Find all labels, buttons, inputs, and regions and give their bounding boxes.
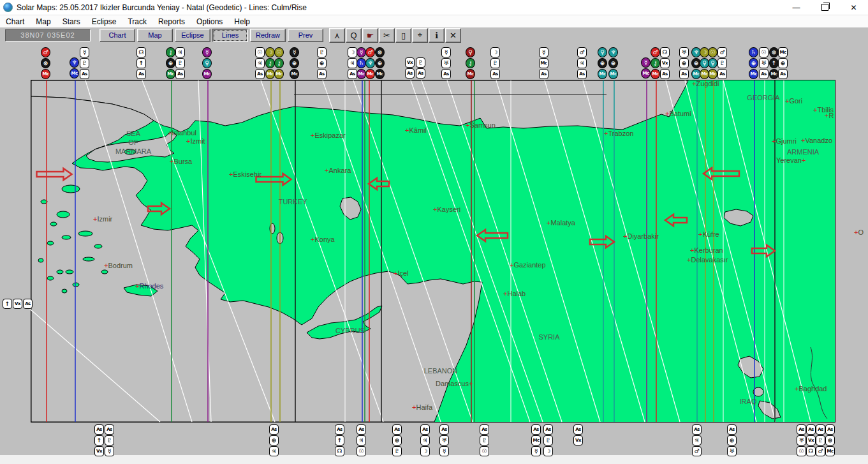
line-marker-top: ♆⊕Mc <box>608 47 618 79</box>
planet-glyph-♆: ♆ <box>70 57 79 68</box>
island <box>83 257 94 261</box>
lines-button[interactable]: Lines <box>212 29 248 42</box>
planet-glyph-As: As <box>441 69 451 79</box>
city-label: Yerevan+ <box>776 156 805 164</box>
planet-glyph-☽: ☽ <box>265 47 275 57</box>
city-label: +Zugdidi <box>692 80 719 87</box>
planet-glyph-Mc: Mc <box>166 69 175 79</box>
info-report-icon[interactable]: ℹ <box>429 28 445 43</box>
menu-item-reports[interactable]: Reports <box>152 17 191 27</box>
line-marker-top: ♄⊕Mc <box>749 47 758 79</box>
menu-item-chart[interactable]: Chart <box>0 17 30 27</box>
pan-hand-icon[interactable]: ☛ <box>362 28 378 43</box>
line-marker-top: ☿♀Mc <box>202 47 212 79</box>
line-marker-top: ☽♇As <box>490 47 500 79</box>
map-button[interactable]: Map <box>137 29 173 42</box>
city-label: +Içel <box>394 269 409 277</box>
region-label: SEA <box>126 130 141 137</box>
planet-glyph-⊕: ⊕ <box>608 58 618 68</box>
planet-glyph-☉: ☉ <box>357 446 366 456</box>
planet-glyph-♂: ♂ <box>577 47 587 57</box>
planet-glyph-☽: ☽ <box>543 446 553 456</box>
planet-glyph-♆: ♆ <box>365 58 375 68</box>
planet-glyph-⚷: ⚷ <box>651 58 660 68</box>
menu-item-help[interactable]: Help <box>228 17 256 27</box>
planet-glyph-As: As <box>692 424 702 435</box>
eclipse-button[interactable]: Eclipse <box>175 29 210 42</box>
planet-glyph-Vx: Vx <box>405 57 415 68</box>
menu-item-track[interactable]: Track <box>122 17 152 27</box>
island <box>47 276 54 280</box>
planet-glyph-↑: ↑ <box>335 435 344 445</box>
planet-glyph-♄: ♄ <box>749 47 758 57</box>
planet-glyph-As: As <box>806 424 816 435</box>
city-label: +Bursa <box>170 158 193 165</box>
region-label: TURKEY <box>279 198 307 206</box>
planet-glyph-As: As <box>543 424 553 435</box>
city-label: +Delavakasır <box>687 256 728 264</box>
planet-glyph-As: As <box>797 424 806 435</box>
planet-glyph-⊗: ⊗ <box>41 58 50 68</box>
island <box>47 241 54 245</box>
prev-button[interactable]: Prev <box>288 29 323 42</box>
planet-glyph-↑: ↑ <box>769 58 779 68</box>
close-button[interactable]: ✕ <box>839 0 868 15</box>
planet-glyph-As: As <box>357 424 366 435</box>
planet-glyph-As: As <box>439 424 449 435</box>
line-marker-bottom: As⊕Mc <box>825 424 835 456</box>
line-marker-top: ☿⊕Mc <box>290 47 299 79</box>
planet-glyph-♃: ♃ <box>577 58 587 68</box>
paint-roller-icon[interactable]: ▯ <box>395 28 411 43</box>
planet-glyph-Mc: Mc <box>357 69 366 79</box>
city-label: +Izmir <box>93 215 113 223</box>
map-canvas[interactable]: SEAOFMARMARATURKEYGEORGIAARMENIASYRIALEB… <box>31 80 835 423</box>
redraw-button[interactable]: Redraw <box>250 29 286 42</box>
pointer-tool-icon[interactable]: ⋏ <box>329 28 345 43</box>
planet-glyph-As: As <box>392 424 402 435</box>
planet-glyph-♇: ♇ <box>317 47 327 57</box>
window-bottom-strip <box>0 455 868 464</box>
planet-glyph-♂: ♂ <box>41 47 50 57</box>
line-marker-left: ↑VxAs <box>3 299 33 309</box>
restore-button[interactable] <box>811 0 839 15</box>
planet-glyph-As: As <box>269 424 279 435</box>
planet-glyph-⚷: ⚷ <box>166 47 175 57</box>
city-label: +Gaziantep <box>510 261 546 269</box>
line-marker-top: ☊↑As <box>136 47 146 79</box>
planet-glyph-⊗: ⊗ <box>375 47 385 57</box>
menu-item-options[interactable]: Options <box>191 17 228 27</box>
planet-glyph-♅: ♅ <box>679 47 689 57</box>
zoom-tool-icon[interactable]: Q <box>346 28 362 43</box>
line-marker-top: ♂♆Mc <box>365 47 375 79</box>
planet-glyph-As: As <box>577 69 587 79</box>
city-label: +Izmit <box>186 137 205 145</box>
planet-glyph-♇: ♇ <box>80 58 89 68</box>
line-marker-bottom: As♇♂ <box>816 424 825 456</box>
line-marker-bottom: As⊕♅ <box>727 424 737 456</box>
planet-glyph-Mc: Mc <box>375 69 385 79</box>
planet-glyph-⊕: ⊕ <box>778 58 788 68</box>
planet-glyph-♃: ♃ <box>692 435 702 445</box>
line-marker-top: ☉♀Mc <box>708 47 717 79</box>
relocate-chart-icon[interactable]: ⌖ <box>412 28 428 43</box>
line-marker-bottom: As♇☉ <box>480 424 489 456</box>
menu-item-eclipse[interactable]: Eclipse <box>86 17 122 27</box>
city-label: +Gori <box>785 97 802 105</box>
menu-item-map[interactable]: Map <box>30 17 56 27</box>
chart-button[interactable]: Chart <box>99 29 135 42</box>
planet-glyph-↑: ↑ <box>94 435 104 445</box>
planet-glyph-♂: ♂ <box>717 47 727 57</box>
planet-glyph-⊕: ⊕ <box>375 58 385 68</box>
line-marker-bottom: As♃☽ <box>420 424 430 456</box>
planet-glyph-As: As <box>420 424 430 435</box>
paran-lines-icon[interactable]: ✕ <box>445 28 461 43</box>
planet-glyph-Vx: Vx <box>660 58 670 68</box>
region-label: SYRIA <box>538 333 560 341</box>
planet-glyph-♇: ♇ <box>105 435 114 445</box>
line-marker-top: Mc⊕As <box>778 47 788 79</box>
menu-item-stars[interactable]: Stars <box>57 17 86 27</box>
cut-lines-icon[interactable]: ✂ <box>379 28 395 43</box>
island <box>94 244 102 248</box>
minimize-button[interactable]: — <box>782 0 811 15</box>
line-marker-bottom: As♅☿ <box>439 424 449 456</box>
